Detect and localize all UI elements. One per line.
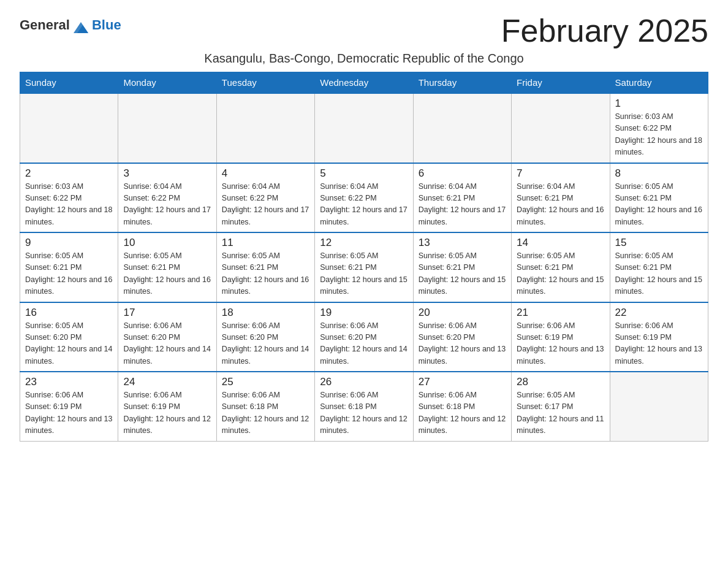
- calendar-cell: 15Sunrise: 6:05 AMSunset: 6:21 PMDayligh…: [610, 232, 708, 302]
- day-info: Sunrise: 6:05 AMSunset: 6:21 PMDaylight:…: [419, 250, 506, 298]
- logo-general-text: General: [20, 17, 70, 33]
- day-info: Sunrise: 6:06 AMSunset: 6:18 PMDaylight:…: [419, 389, 506, 437]
- column-header-monday: Monday: [118, 72, 216, 94]
- calendar-cell: 10Sunrise: 6:05 AMSunset: 6:21 PMDayligh…: [118, 232, 216, 302]
- calendar-cell: [216, 93, 314, 163]
- page-header: General Blue February 2025: [20, 15, 708, 47]
- day-number: 3: [123, 167, 211, 180]
- day-number: 9: [25, 237, 113, 249]
- week-row-3: 9Sunrise: 6:05 AMSunset: 6:21 PMDaylight…: [20, 232, 708, 302]
- day-number: 20: [419, 307, 506, 319]
- day-number: 18: [222, 307, 309, 319]
- day-info: Sunrise: 6:03 AMSunset: 6:22 PMDaylight:…: [25, 181, 113, 229]
- calendar-cell: 13Sunrise: 6:05 AMSunset: 6:21 PMDayligh…: [413, 232, 511, 302]
- calendar-cell: 11Sunrise: 6:05 AMSunset: 6:21 PMDayligh…: [216, 232, 314, 302]
- calendar-cell: 8Sunrise: 6:05 AMSunset: 6:21 PMDaylight…: [610, 163, 708, 233]
- calendar-cell: 23Sunrise: 6:06 AMSunset: 6:19 PMDayligh…: [20, 372, 118, 441]
- day-number: 16: [25, 307, 113, 319]
- day-number: 5: [320, 167, 408, 180]
- day-number: 2: [25, 167, 113, 180]
- day-number: 4: [222, 167, 309, 180]
- day-info: Sunrise: 6:06 AMSunset: 6:19 PMDaylight:…: [123, 389, 211, 437]
- calendar-cell: 28Sunrise: 6:05 AMSunset: 6:17 PMDayligh…: [512, 372, 610, 441]
- day-info: Sunrise: 6:06 AMSunset: 6:20 PMDaylight:…: [123, 320, 211, 368]
- day-number: 21: [517, 307, 604, 319]
- calendar-cell: 20Sunrise: 6:06 AMSunset: 6:20 PMDayligh…: [413, 302, 511, 372]
- calendar-cell: 22Sunrise: 6:06 AMSunset: 6:19 PMDayligh…: [610, 302, 708, 372]
- column-header-wednesday: Wednesday: [315, 72, 413, 94]
- day-number: 26: [320, 376, 408, 388]
- day-number: 23: [25, 376, 113, 388]
- day-info: Sunrise: 6:06 AMSunset: 6:20 PMDaylight:…: [419, 320, 506, 368]
- column-header-tuesday: Tuesday: [216, 72, 314, 94]
- logo-blue-text: Blue: [92, 17, 121, 33]
- day-info: Sunrise: 6:05 AMSunset: 6:21 PMDaylight:…: [320, 250, 408, 298]
- day-number: 8: [615, 167, 703, 180]
- day-info: Sunrise: 6:06 AMSunset: 6:18 PMDaylight:…: [320, 389, 408, 437]
- day-number: 19: [320, 307, 408, 319]
- calendar-cell: 1Sunrise: 6:03 AMSunset: 6:22 PMDaylight…: [610, 93, 708, 163]
- column-header-friday: Friday: [512, 72, 610, 94]
- day-info: Sunrise: 6:06 AMSunset: 6:20 PMDaylight:…: [222, 320, 309, 368]
- day-number: 27: [419, 376, 506, 388]
- calendar-cell: 5Sunrise: 6:04 AMSunset: 6:22 PMDaylight…: [315, 163, 413, 233]
- logo: General Blue: [20, 15, 121, 37]
- location-subtitle: Kasangulu, Bas-Congo, Democratic Republi…: [20, 52, 708, 66]
- day-info: Sunrise: 6:05 AMSunset: 6:21 PMDaylight:…: [25, 250, 113, 298]
- calendar-cell: [315, 93, 413, 163]
- day-number: 1: [615, 98, 703, 110]
- day-info: Sunrise: 6:04 AMSunset: 6:22 PMDaylight:…: [320, 181, 408, 229]
- day-info: Sunrise: 6:05 AMSunset: 6:21 PMDaylight:…: [615, 181, 703, 229]
- calendar-cell: 14Sunrise: 6:05 AMSunset: 6:21 PMDayligh…: [512, 232, 610, 302]
- day-info: Sunrise: 6:04 AMSunset: 6:21 PMDaylight:…: [517, 181, 604, 229]
- day-number: 14: [517, 237, 604, 249]
- calendar-cell: 9Sunrise: 6:05 AMSunset: 6:21 PMDaylight…: [20, 232, 118, 302]
- column-header-thursday: Thursday: [413, 72, 511, 94]
- month-title: February 2025: [501, 15, 708, 47]
- day-number: 24: [123, 376, 211, 388]
- day-number: 15: [615, 237, 703, 249]
- calendar-cell: 18Sunrise: 6:06 AMSunset: 6:20 PMDayligh…: [216, 302, 314, 372]
- day-number: 11: [222, 237, 309, 249]
- calendar-cell: [20, 93, 118, 163]
- day-info: Sunrise: 6:04 AMSunset: 6:22 PMDaylight:…: [123, 181, 211, 229]
- calendar-cell: 3Sunrise: 6:04 AMSunset: 6:22 PMDaylight…: [118, 163, 216, 233]
- day-number: 13: [419, 237, 506, 249]
- calendar-cell: 24Sunrise: 6:06 AMSunset: 6:19 PMDayligh…: [118, 372, 216, 441]
- day-number: 12: [320, 237, 408, 249]
- day-number: 10: [123, 237, 211, 249]
- calendar-cell: 4Sunrise: 6:04 AMSunset: 6:22 PMDaylight…: [216, 163, 314, 233]
- week-row-5: 23Sunrise: 6:06 AMSunset: 6:19 PMDayligh…: [20, 372, 708, 441]
- day-number: 22: [615, 307, 703, 319]
- calendar-cell: [118, 93, 216, 163]
- day-info: Sunrise: 6:04 AMSunset: 6:22 PMDaylight:…: [222, 181, 309, 229]
- calendar-cell: 25Sunrise: 6:06 AMSunset: 6:18 PMDayligh…: [216, 372, 314, 441]
- day-info: Sunrise: 6:05 AMSunset: 6:21 PMDaylight:…: [222, 250, 309, 298]
- day-number: 6: [419, 167, 506, 180]
- day-info: Sunrise: 6:05 AMSunset: 6:21 PMDaylight:…: [615, 250, 703, 298]
- day-info: Sunrise: 6:05 AMSunset: 6:21 PMDaylight:…: [123, 250, 211, 298]
- day-info: Sunrise: 6:06 AMSunset: 6:19 PMDaylight:…: [25, 389, 113, 437]
- calendar-cell: 2Sunrise: 6:03 AMSunset: 6:22 PMDaylight…: [20, 163, 118, 233]
- day-info: Sunrise: 6:05 AMSunset: 6:17 PMDaylight:…: [517, 389, 604, 437]
- day-number: 7: [517, 167, 604, 180]
- column-header-saturday: Saturday: [610, 72, 708, 94]
- calendar-cell: 16Sunrise: 6:05 AMSunset: 6:20 PMDayligh…: [20, 302, 118, 372]
- calendar-cell: 6Sunrise: 6:04 AMSunset: 6:21 PMDaylight…: [413, 163, 511, 233]
- week-row-4: 16Sunrise: 6:05 AMSunset: 6:20 PMDayligh…: [20, 302, 708, 372]
- day-number: 17: [123, 307, 211, 319]
- day-info: Sunrise: 6:03 AMSunset: 6:22 PMDaylight:…: [615, 111, 703, 159]
- week-row-2: 2Sunrise: 6:03 AMSunset: 6:22 PMDaylight…: [20, 163, 708, 233]
- calendar-cell: 27Sunrise: 6:06 AMSunset: 6:18 PMDayligh…: [413, 372, 511, 441]
- day-info: Sunrise: 6:04 AMSunset: 6:21 PMDaylight:…: [419, 181, 506, 229]
- calendar-cell: 19Sunrise: 6:06 AMSunset: 6:20 PMDayligh…: [315, 302, 413, 372]
- day-number: 28: [517, 376, 604, 388]
- week-row-1: 1Sunrise: 6:03 AMSunset: 6:22 PMDaylight…: [20, 93, 708, 163]
- day-info: Sunrise: 6:06 AMSunset: 6:19 PMDaylight:…: [517, 320, 604, 368]
- calendar-cell: [413, 93, 511, 163]
- calendar-table: SundayMondayTuesdayWednesdayThursdayFrid…: [20, 72, 708, 442]
- calendar-cell: 26Sunrise: 6:06 AMSunset: 6:18 PMDayligh…: [315, 372, 413, 441]
- day-number: 25: [222, 376, 309, 388]
- day-info: Sunrise: 6:05 AMSunset: 6:20 PMDaylight:…: [25, 320, 113, 368]
- calendar-cell: 7Sunrise: 6:04 AMSunset: 6:21 PMDaylight…: [512, 163, 610, 233]
